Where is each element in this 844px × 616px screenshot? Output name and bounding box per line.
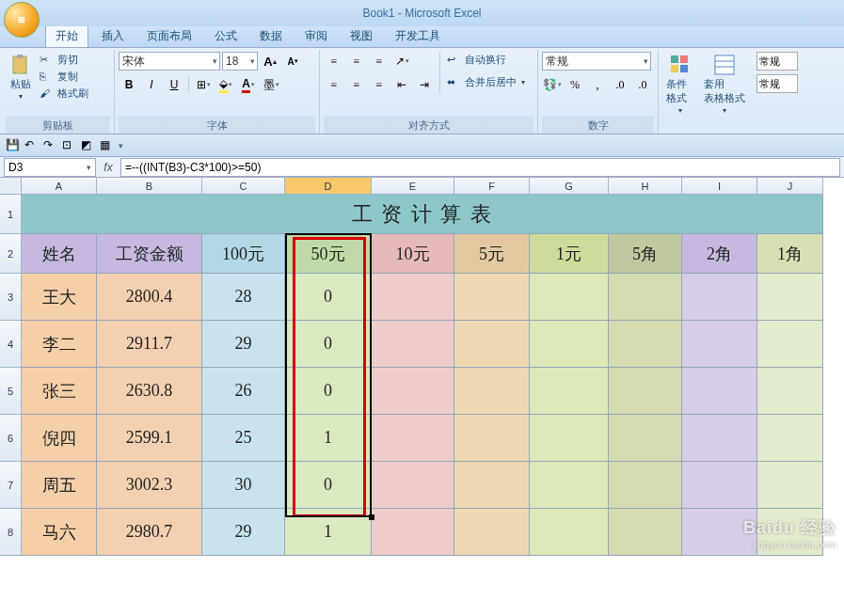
row-header-6[interactable]: 6 bbox=[0, 415, 22, 462]
merge-center-button[interactable]: ⬌合并后居中▾ bbox=[445, 74, 527, 90]
cell-H5[interactable] bbox=[609, 368, 682, 415]
col-header-J[interactable]: J bbox=[757, 178, 823, 195]
orientation-button[interactable]: ↗ bbox=[391, 52, 412, 71]
align-right-button[interactable]: ≡ bbox=[369, 75, 390, 94]
cell-H8[interactable] bbox=[609, 509, 682, 556]
indent-dec-button[interactable]: ⇤ bbox=[391, 75, 412, 94]
align-bottom-button[interactable]: ≡ bbox=[369, 52, 390, 71]
col-header-F[interactable]: F bbox=[454, 178, 530, 195]
cell-F3[interactable] bbox=[454, 274, 530, 321]
cell-B3[interactable]: 2800.4 bbox=[97, 274, 202, 321]
format-painter-button[interactable]: 🖌格式刷 bbox=[38, 86, 90, 102]
italic-button[interactable]: I bbox=[141, 75, 162, 94]
formula-bar[interactable]: =--((INT(B3)-C3*100)>=50) bbox=[120, 158, 840, 177]
col-header-A[interactable]: A bbox=[22, 178, 97, 195]
cell-H3[interactable] bbox=[609, 274, 682, 321]
tab-3[interactable]: 公式 bbox=[205, 25, 247, 47]
header-cell-E[interactable]: 10元 bbox=[372, 234, 454, 274]
cell-I4[interactable] bbox=[682, 321, 757, 368]
header-cell-J[interactable]: 1角 bbox=[757, 234, 823, 274]
cell-A6[interactable]: 倪四 bbox=[22, 415, 97, 462]
align-left-button[interactable]: ≡ bbox=[324, 75, 344, 94]
qat-icon-5[interactable]: ◩ bbox=[81, 138, 96, 153]
fill-color-button[interactable]: ⬙ bbox=[215, 75, 236, 94]
row-header-1[interactable]: 1 bbox=[0, 195, 22, 234]
cell-I3[interactable] bbox=[682, 274, 757, 321]
tab-4[interactable]: 数据 bbox=[250, 25, 292, 47]
cell-A8[interactable]: 马六 bbox=[22, 509, 97, 556]
accounting-button[interactable]: 💱 bbox=[542, 75, 563, 94]
cell-J4[interactable] bbox=[757, 321, 823, 368]
cell-C3[interactable]: 28 bbox=[202, 274, 285, 321]
cell-A4[interactable]: 李二 bbox=[22, 321, 97, 368]
row-header-7[interactable]: 7 bbox=[0, 462, 22, 509]
style-normal-2[interactable]: 常规 bbox=[756, 74, 798, 93]
format-as-table-button[interactable]: 套用 表格格式▾ bbox=[700, 52, 749, 117]
cell-G4[interactable] bbox=[530, 321, 609, 368]
cell-E4[interactable] bbox=[372, 321, 454, 368]
cell-A3[interactable]: 王大 bbox=[22, 274, 97, 321]
cell-E7[interactable] bbox=[372, 462, 454, 509]
align-center-button[interactable]: ≡ bbox=[346, 75, 367, 94]
col-header-H[interactable]: H bbox=[609, 178, 682, 195]
cell-E3[interactable] bbox=[372, 274, 454, 321]
cut-button[interactable]: ✂剪切 bbox=[38, 52, 90, 68]
cell-C5[interactable]: 26 bbox=[202, 368, 285, 415]
title-cell[interactable]: 工 资 计 算 表 bbox=[22, 195, 823, 234]
align-middle-button[interactable]: ≡ bbox=[346, 52, 367, 71]
cell-E8[interactable] bbox=[372, 509, 454, 556]
cell-E6[interactable] bbox=[372, 415, 454, 462]
tab-0[interactable]: 开始 bbox=[45, 24, 88, 47]
qat-icon-4[interactable]: ⊡ bbox=[62, 138, 77, 153]
col-header-D[interactable]: D bbox=[285, 178, 372, 195]
col-header-B[interactable]: B bbox=[97, 178, 202, 195]
col-header-E[interactable]: E bbox=[372, 178, 454, 195]
cell-A7[interactable]: 周五 bbox=[22, 462, 97, 509]
cell-G6[interactable] bbox=[530, 415, 609, 462]
cell-C8[interactable]: 29 bbox=[202, 509, 285, 556]
cell-F5[interactable] bbox=[454, 368, 530, 415]
underline-button[interactable]: U bbox=[164, 75, 184, 94]
wrap-text-button[interactable]: ↩自动换行 bbox=[445, 52, 527, 68]
border-button[interactable]: ⊞ bbox=[193, 75, 214, 94]
header-cell-H[interactable]: 5角 bbox=[609, 234, 682, 274]
bold-button[interactable]: B bbox=[119, 75, 139, 94]
number-format-combo[interactable]: 常规 bbox=[542, 52, 651, 71]
cell-F6[interactable] bbox=[454, 415, 530, 462]
copy-button[interactable]: ⎘复制 bbox=[38, 69, 90, 85]
col-header-I[interactable]: I bbox=[682, 178, 757, 195]
cell-G5[interactable] bbox=[530, 368, 609, 415]
cell-B8[interactable]: 2980.7 bbox=[97, 509, 202, 556]
row-header-8[interactable]: 8 bbox=[0, 509, 22, 556]
cell-J8[interactable] bbox=[757, 509, 823, 556]
header-cell-C[interactable]: 100元 bbox=[202, 234, 285, 274]
fill-handle[interactable] bbox=[369, 514, 374, 520]
indent-inc-button[interactable]: ⇥ bbox=[414, 75, 435, 94]
tab-2[interactable]: 页面布局 bbox=[137, 25, 201, 47]
cell-D8[interactable]: 1 bbox=[285, 509, 372, 556]
cell-J3[interactable] bbox=[757, 274, 823, 321]
style-normal-1[interactable]: 常规 bbox=[756, 52, 798, 71]
cell-J5[interactable] bbox=[757, 368, 823, 415]
select-all-corner[interactable] bbox=[0, 178, 22, 195]
cell-H4[interactable] bbox=[609, 321, 682, 368]
cell-F7[interactable] bbox=[454, 462, 530, 509]
col-header-C[interactable]: C bbox=[202, 178, 285, 195]
cell-B6[interactable]: 2599.1 bbox=[97, 415, 202, 462]
cell-E5[interactable] bbox=[372, 368, 454, 415]
office-button[interactable]: ⊞ bbox=[4, 2, 40, 38]
conditional-format-button[interactable]: 条件格式▾ bbox=[662, 52, 698, 117]
cell-D4[interactable]: 0 bbox=[285, 321, 372, 368]
undo-icon[interactable]: ↶ bbox=[24, 138, 40, 153]
row-header-2[interactable]: 2 bbox=[0, 234, 22, 274]
phonetic-button[interactable]: 墨 bbox=[261, 75, 281, 94]
font-size-combo[interactable]: 18 bbox=[222, 52, 258, 71]
percent-button[interactable]: % bbox=[565, 75, 585, 94]
decrease-decimal-button[interactable]: .0 bbox=[632, 75, 653, 94]
cell-D5[interactable]: 0 bbox=[285, 368, 372, 415]
cell-B7[interactable]: 3002.3 bbox=[97, 462, 202, 509]
cell-J7[interactable] bbox=[757, 462, 823, 509]
comma-button[interactable]: , bbox=[587, 75, 608, 94]
redo-icon[interactable]: ↷ bbox=[43, 138, 58, 153]
cell-C4[interactable]: 29 bbox=[202, 321, 285, 368]
